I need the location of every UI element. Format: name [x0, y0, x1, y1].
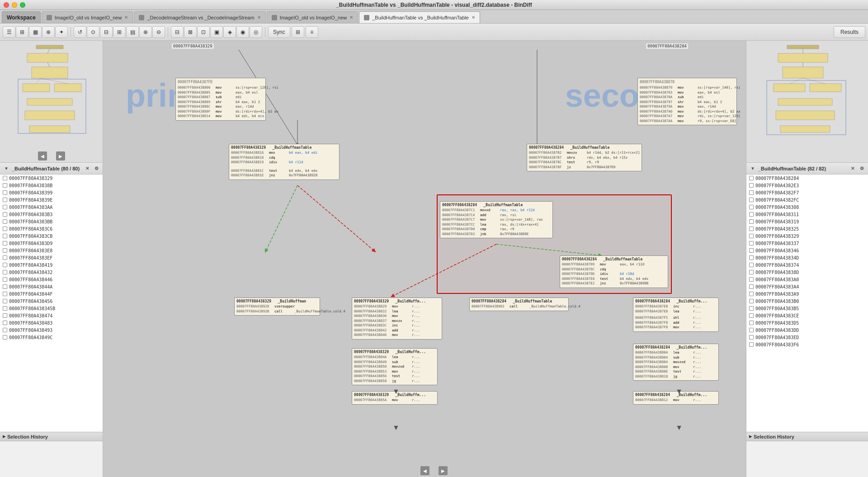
left-list-item[interactable]: 00007FF80A438329: [0, 175, 103, 182]
left-list[interactable]: 00007FF80A43832900007FF80A43838B00007FF8…: [0, 175, 103, 432]
toolbar-btn-18[interactable]: ◉: [236, 26, 249, 38]
minimize-button[interactable]: [12, 2, 17, 8]
right-list-item[interactable]: 00007FF80A4383CE: [746, 312, 868, 319]
node-right-center[interactable]: 00007FF80A438284 _BuildHuffmanTable 0000…: [527, 144, 642, 171]
toolbar-btn-1[interactable]: ☰: [3, 26, 15, 38]
toolbar-btn-14[interactable]: ⊠: [184, 26, 197, 38]
maximize-button[interactable]: [20, 2, 25, 8]
graph-area[interactable]: primary secondary 00007FF80A438329 00007…: [103, 41, 746, 477]
toolbar-btn-8[interactable]: ⊟: [100, 26, 113, 38]
right-list-item[interactable]: 00007FF80A4382FC: [746, 196, 868, 203]
left-list-item[interactable]: 00007FF80A43844F: [0, 290, 103, 298]
node-bottom-fr[interactable]: 00007FF80A438284 _BuildHuffm... 00007FF8…: [633, 298, 719, 332]
node-bottom-right[interactable]: 00007FF80A438284 _BuildHuffmanTable 0000…: [560, 255, 668, 288]
right-list-item[interactable]: 00007FF80A438308: [746, 203, 868, 211]
left-list-item[interactable]: 00007FF80A4383E8: [0, 247, 103, 254]
list-settings-btn[interactable]: ⚙: [93, 165, 100, 172]
right-list-item[interactable]: 00007FF80A438311: [746, 211, 868, 218]
toolbar-btn-16[interactable]: ▣: [210, 26, 223, 38]
toolbar-btn-3[interactable]: ▦: [29, 26, 42, 38]
toolbar-btn-6[interactable]: ↺: [74, 26, 86, 38]
right-list[interactable]: 00007FF80A43828400007FF80A4382E300007FF8…: [746, 175, 868, 432]
node-bottom-cr[interactable]: 00007FF80A438284 _BuildHuffmanTable 0000…: [469, 298, 569, 311]
toolbar-btn-11[interactable]: ⊕: [139, 26, 152, 38]
right-list-settings-btn[interactable]: ⚙: [858, 165, 865, 172]
left-list-item[interactable]: 00007FF80A4383CB: [0, 232, 103, 240]
right-list-item[interactable]: 00007FF80A4383B0: [746, 298, 868, 305]
right-list-item[interactable]: 00007FF80A4383A9: [746, 290, 868, 298]
node-bottom-left-1[interactable]: 00007FF80A438329 _BuildHuffman 00007FF80…: [234, 298, 320, 316]
right-list-item[interactable]: 00007FF80A438329: [746, 232, 868, 240]
node-right-top[interactable]: 00007FF80A438878 00007FF80A438879movss:[…: [637, 78, 737, 125]
right-list-item[interactable]: 00007FF80A43838D: [746, 269, 868, 276]
toolbar-btn-10[interactable]: ▤: [126, 26, 139, 38]
left-list-item[interactable]: 00007FF80A438474: [0, 312, 103, 319]
left-list-item[interactable]: 00007FF80A4383B3: [0, 211, 103, 218]
right-list-item[interactable]: 00007FF80A438337: [746, 240, 868, 247]
tab-close-icon[interactable]: ✕: [124, 15, 128, 20]
right-list-item[interactable]: 00007FF80A438284: [746, 175, 868, 182]
sync-button[interactable]: Sync: [268, 26, 290, 38]
toolbar-btn-7[interactable]: ⊙: [87, 26, 99, 38]
right-list-item[interactable]: 00007FF80A4383A4: [746, 283, 868, 290]
toolbar-btn-12[interactable]: ⊖: [152, 26, 165, 38]
node-lower-right[interactable]: 00007FF80A438284 _BuildHuffm... 00007FF8…: [633, 344, 719, 381]
right-list-item[interactable]: 00007FF80A4383DD: [746, 326, 868, 334]
tab-imageio-2[interactable]: ImageIO_old vs ImageIO_new ✕: [267, 11, 359, 23]
left-list-item[interactable]: 00007FF80A43838B: [0, 182, 103, 189]
toolbar-btn-13[interactable]: ⊟: [171, 26, 184, 38]
prev-arrow[interactable]: ◀: [38, 151, 47, 161]
tab-close-icon-3[interactable]: ✕: [349, 15, 353, 20]
right-list-item[interactable]: 00007FF80A4383D5: [746, 319, 868, 326]
node-center-main[interactable]: 00007FF80A438284 _BuildHuffmanTable 0000…: [440, 201, 553, 238]
toolbar-btn-2[interactable]: ⊞: [16, 26, 28, 38]
right-graph-preview[interactable]: ◀ ▶: [746, 41, 868, 163]
right-list-item[interactable]: 00007FF80A438319: [746, 218, 868, 225]
toolbar-btn-17[interactable]: ◈: [223, 26, 236, 38]
left-list-item[interactable]: 00007FF80A438399: [0, 189, 103, 196]
list-close-btn[interactable]: ✕: [84, 165, 91, 172]
left-graph-preview[interactable]: ◀ ▶: [0, 41, 103, 163]
tab-buildhuffman[interactable]: _BuildHuffmanTable vs _BuildHuffmanTable…: [359, 11, 480, 23]
tab-decode[interactable]: _DecodeImageStream vs _DecodeImageStream…: [134, 11, 265, 23]
left-list-item[interactable]: 00007FF80A4383D9: [0, 240, 103, 247]
node-lower-left[interactable]: 00007FF80A438329 _BuildHuffm... 00007FF8…: [352, 348, 438, 385]
toolbar-btn-5[interactable]: ✦: [55, 26, 68, 38]
left-list-item[interactable]: 00007FF80A4383BB: [0, 218, 103, 225]
left-list-item[interactable]: 00007FF80A438446: [0, 276, 103, 283]
right-list-item[interactable]: 00007FF80A438346: [746, 247, 868, 254]
right-list-item[interactable]: 00007FF80A438325: [746, 225, 868, 232]
tab-close-icon-2[interactable]: ✕: [257, 15, 261, 20]
left-list-item[interactable]: 00007FF80A438345B: [0, 305, 103, 312]
list-expand-btn[interactable]: ▼: [3, 165, 10, 172]
left-list-item[interactable]: 00007FF80A438483: [0, 319, 103, 326]
toolbar-btn-21[interactable]: ≡: [306, 26, 318, 38]
toolbar-btn-15[interactable]: ⊡: [197, 26, 210, 38]
node-left-center[interactable]: 00007FF80A438329 _BuildHuffmanTable 0000…: [229, 144, 340, 180]
left-list-item[interactable]: 00007FF80A438456: [0, 298, 103, 305]
right-list-item[interactable]: 00007FF80A43834D: [746, 254, 868, 261]
left-list-item[interactable]: 00007FF80A4383EF: [0, 254, 103, 261]
left-list-item[interactable]: 00007FF80A4383AA: [0, 203, 103, 211]
right-list-item[interactable]: 00007FF80A438374: [746, 261, 868, 269]
workspace-tab[interactable]: Workspace: [2, 11, 41, 23]
right-list-item[interactable]: 00007FF80A4382F7: [746, 189, 868, 196]
node-left-top[interactable]: 00007FF80A4387FD 00007FF80A438800movss:[…: [175, 78, 266, 121]
left-list-item[interactable]: 00007FF80A438493: [0, 326, 103, 334]
left-list-item[interactable]: 00007FF80A43844A: [0, 283, 103, 290]
right-list-item[interactable]: 00007FF80A4383ED: [746, 334, 868, 341]
center-panel[interactable]: primary secondary 00007FF80A438329 00007…: [103, 41, 746, 477]
right-list-item[interactable]: 00007FF80A4383A0: [746, 276, 868, 283]
tab-close-icon-4[interactable]: ✕: [472, 15, 475, 20]
node-bottom-cl[interactable]: 00007FF80A438329 _BuildHuffm... 00007FF8…: [352, 298, 442, 340]
tab-imageio-1[interactable]: ImageIO_old vs ImageIO_new ✕: [42, 11, 133, 23]
results-button[interactable]: Results: [834, 26, 865, 38]
next-arrow[interactable]: ▶: [56, 151, 65, 161]
left-list-item[interactable]: 00007FF80A4383C6: [0, 225, 103, 232]
right-list-close-btn[interactable]: ✕: [849, 165, 856, 172]
right-list-item[interactable]: 00007FF80A4382E3: [746, 182, 868, 189]
toolbar-btn-19[interactable]: ◎: [250, 26, 262, 38]
right-list-item[interactable]: 00007FF80A4383B5: [746, 305, 868, 312]
close-button[interactable]: [4, 2, 9, 8]
left-list-item[interactable]: 00007FF80A438419: [0, 261, 103, 269]
